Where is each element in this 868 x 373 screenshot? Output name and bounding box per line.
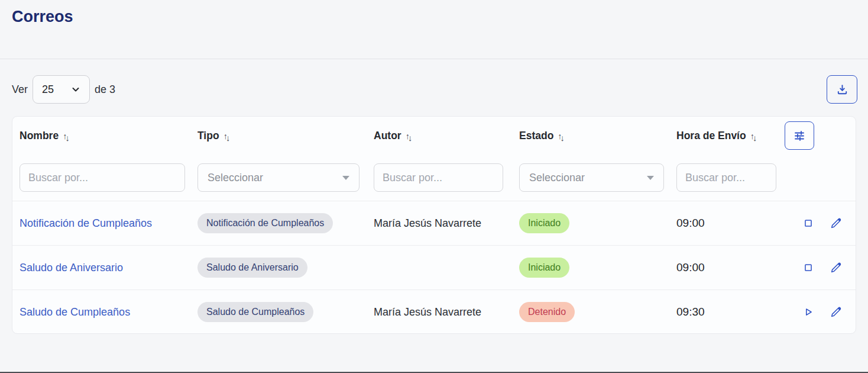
- pencil-icon: [830, 306, 843, 319]
- per-page-control: Ver 25 de 3: [12, 75, 115, 104]
- per-page-select[interactable]: 25: [33, 75, 90, 104]
- chevron-down-icon: [647, 176, 654, 180]
- column-settings-button[interactable]: [785, 121, 814, 150]
- filter-autor-input[interactable]: [374, 163, 503, 192]
- stop-button[interactable]: [802, 261, 815, 274]
- type-badge: Notificación de Cumpleaños: [197, 213, 333, 233]
- per-page-label: Ver: [12, 83, 28, 96]
- stop-icon: [802, 261, 815, 274]
- sort-arrows-icon[interactable]: ↑↓: [63, 131, 72, 141]
- stop-button[interactable]: [802, 217, 815, 230]
- status-badge: Detenido: [519, 302, 575, 322]
- column-header-autor[interactable]: Autor↑↓: [367, 130, 512, 142]
- column-header-nombre[interactable]: Nombre↑↓: [12, 130, 190, 142]
- column-header-hora[interactable]: Hora de Envío↑↓: [669, 130, 785, 142]
- author-cell: María Jesús Navarrete: [374, 217, 481, 229]
- chevron-down-icon: [71, 85, 80, 94]
- stop-icon: [802, 217, 815, 230]
- type-badge: Saludo de Aniversario: [197, 258, 307, 278]
- play-icon: [802, 306, 815, 319]
- table-row: Saludo de Cumpleaños Saludo de Cumpleaño…: [12, 290, 856, 334]
- chevron-down-icon: [342, 176, 349, 180]
- author-cell: María Jesús Navarrete: [374, 306, 481, 318]
- download-icon: [835, 83, 849, 97]
- table-header-row: Nombre↑↓ Tipo↑↓ Autor↑↓ Estado↑↓ Hora de…: [12, 117, 856, 155]
- send-time-cell: 09:00: [676, 217, 705, 229]
- per-page-value: 25: [42, 83, 54, 96]
- pencil-icon: [830, 261, 843, 274]
- email-name-link[interactable]: Saludo de Cumpleaños: [20, 306, 130, 318]
- sort-arrows-icon[interactable]: ↑↓: [750, 131, 759, 141]
- column-header-tipo[interactable]: Tipo↑↓: [190, 130, 367, 142]
- type-badge: Saludo de Cumpleaños: [197, 302, 313, 322]
- filter-nombre-input[interactable]: [20, 163, 185, 192]
- edit-button[interactable]: [830, 261, 843, 274]
- sort-arrows-icon[interactable]: ↑↓: [224, 131, 232, 141]
- filter-hora-input[interactable]: [676, 163, 776, 192]
- filter-estado-select[interactable]: Seleccionar: [519, 163, 664, 192]
- sort-arrows-icon[interactable]: ↑↓: [558, 131, 566, 141]
- edit-button[interactable]: [830, 306, 843, 319]
- filter-tipo-select[interactable]: Seleccionar: [197, 163, 359, 192]
- send-time-cell: 09:30: [676, 306, 705, 318]
- page-title: Correos: [12, 8, 856, 26]
- sort-arrows-icon[interactable]: ↑↓: [406, 131, 414, 141]
- play-button[interactable]: [802, 306, 815, 319]
- send-time-cell: 09:00: [676, 261, 705, 274]
- column-header-estado[interactable]: Estado↑↓: [512, 130, 669, 142]
- total-count-label: de 3: [95, 83, 115, 96]
- table-filter-row: Seleccionar Seleccionar: [12, 155, 856, 201]
- email-name-link[interactable]: Saludo de Aniversario: [20, 262, 123, 274]
- table-row: Saludo de Aniversario Saludo de Aniversa…: [12, 245, 856, 290]
- status-badge: Iniciado: [519, 258, 569, 278]
- sliders-icon: [792, 128, 807, 143]
- download-button[interactable]: [827, 75, 857, 104]
- page-header: Correos: [0, 0, 868, 59]
- edit-button[interactable]: [830, 217, 843, 230]
- pencil-icon: [830, 217, 843, 230]
- status-badge: Iniciado: [519, 213, 569, 233]
- email-name-link[interactable]: Notificación de Cumpleaños: [20, 217, 152, 229]
- emails-table: Nombre↑↓ Tipo↑↓ Autor↑↓ Estado↑↓ Hora de…: [12, 116, 856, 334]
- toolbar: Ver 25 de 3: [0, 75, 868, 104]
- table-row: Notificación de Cumpleaños Notificación …: [12, 201, 856, 245]
